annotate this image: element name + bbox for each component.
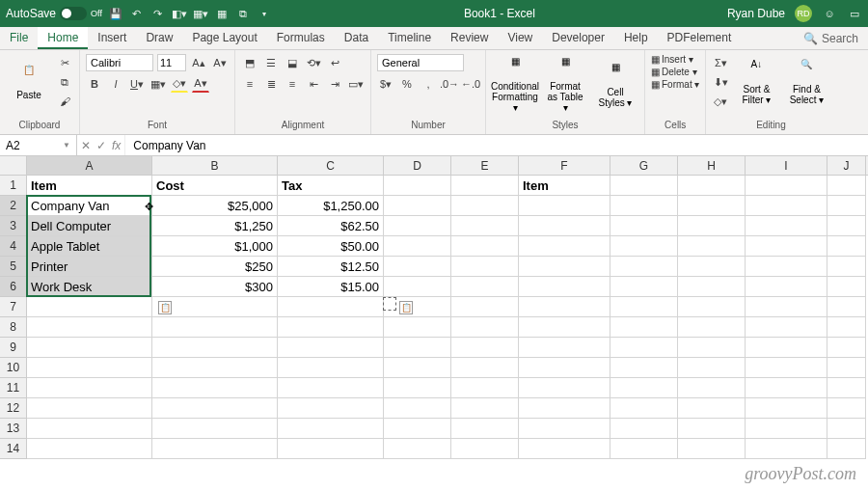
cell-J4[interactable] <box>827 236 866 257</box>
delete-button[interactable]: ▦Delete ▾ <box>651 67 699 77</box>
tab-formulas[interactable]: Formulas <box>267 27 335 49</box>
cell-I2[interactable] <box>746 196 827 216</box>
cell-I4[interactable] <box>746 236 827 257</box>
cell-A3[interactable]: Dell Computer <box>27 216 152 236</box>
cell-H13[interactable] <box>678 419 746 439</box>
cell-A8[interactable] <box>27 317 152 338</box>
cell-B6[interactable]: $300 <box>152 277 278 297</box>
copy-icon[interactable]: ⧉ <box>56 73 73 91</box>
cell-A9[interactable] <box>27 338 152 358</box>
cell-C9[interactable] <box>278 338 384 358</box>
row-11[interactable]: 11 <box>0 378 27 398</box>
cell-I14[interactable] <box>746 439 827 459</box>
cell-J12[interactable] <box>827 398 866 419</box>
cell-I11[interactable] <box>746 378 827 398</box>
cell-B1[interactable]: Cost <box>152 176 278 196</box>
cell-D12[interactable] <box>384 398 451 419</box>
bold-button[interactable]: B <box>86 75 103 93</box>
cell-F4[interactable] <box>519 236 610 257</box>
col-F[interactable]: F <box>519 156 610 175</box>
shrink-font-icon[interactable]: A▾ <box>211 54 229 71</box>
cell-E5[interactable] <box>451 257 519 277</box>
cell-D3[interactable] <box>384 216 451 236</box>
cell-B8[interactable] <box>152 317 278 338</box>
cell-H2[interactable] <box>678 196 746 216</box>
cell-F3[interactable] <box>519 216 610 236</box>
cell-F14[interactable] <box>519 439 610 459</box>
cell-G11[interactable] <box>610 378 678 398</box>
row-12[interactable]: 12 <box>0 398 27 419</box>
wrap-text-icon[interactable]: ↩ <box>326 54 343 71</box>
cell-A10[interactable] <box>27 358 152 378</box>
tab-page-layout[interactable]: Page Layout <box>182 27 266 49</box>
qat-icon-4[interactable]: ⧉ <box>235 6 251 21</box>
cell-C7[interactable] <box>278 297 384 317</box>
cell-E8[interactable] <box>451 317 519 338</box>
cancel-icon[interactable]: ✕ <box>81 139 91 152</box>
user-avatar[interactable]: RD <box>795 5 812 22</box>
cell-C13[interactable] <box>278 419 384 439</box>
row-2[interactable]: 2 <box>0 196 27 216</box>
indent-dec-icon[interactable]: ⇤ <box>305 75 322 93</box>
cell-A4[interactable]: Apple Tablet <box>27 236 152 257</box>
cell-I8[interactable] <box>746 317 827 338</box>
cell-A12[interactable] <box>27 398 152 419</box>
cell-F1[interactable]: Item <box>519 176 610 196</box>
underline-button[interactable]: U▾ <box>128 75 146 93</box>
format-painter-icon[interactable]: 🖌 <box>56 93 73 110</box>
cell-D6[interactable] <box>384 277 451 297</box>
cell-H11[interactable] <box>678 378 746 398</box>
align-middle-icon[interactable]: ☰ <box>262 54 280 71</box>
align-right-icon[interactable]: ≡ <box>284 75 301 93</box>
cell-C12[interactable] <box>278 398 384 419</box>
cell-J9[interactable] <box>827 338 866 358</box>
cell-D10[interactable] <box>384 358 451 378</box>
font-name-input[interactable] <box>86 54 153 71</box>
cell-D5[interactable] <box>384 257 451 277</box>
cell-C4[interactable]: $50.00 <box>278 236 384 257</box>
format-as-table-button[interactable]: ▦Format as Table ▾ <box>542 54 588 115</box>
cell-J2[interactable] <box>827 196 866 216</box>
number-format-select[interactable] <box>377 54 464 71</box>
row-6[interactable]: 6 <box>0 277 27 297</box>
cell-F7[interactable] <box>519 297 610 317</box>
row-7[interactable]: 7 <box>0 297 27 317</box>
cell-H6[interactable] <box>678 277 746 297</box>
col-H[interactable]: H <box>678 156 746 175</box>
qat-icon-2[interactable]: ▦▾ <box>193 6 208 21</box>
cell-J3[interactable] <box>827 216 866 236</box>
cell-C10[interactable] <box>278 358 384 378</box>
tab-review[interactable]: Review <box>441 27 498 49</box>
tab-timeline[interactable]: Timeline <box>378 27 441 49</box>
cell-J7[interactable] <box>827 297 866 317</box>
cell-C11[interactable] <box>278 378 384 398</box>
cell-E6[interactable] <box>451 277 519 297</box>
cell-A7[interactable] <box>27 297 152 317</box>
col-B[interactable]: B <box>152 156 278 175</box>
tab-draw[interactable]: Draw <box>136 27 182 49</box>
cell-D13[interactable] <box>384 419 451 439</box>
cell-B4[interactable]: $1,000 <box>152 236 278 257</box>
row-3[interactable]: 3 <box>0 216 27 236</box>
cell-G1[interactable] <box>610 176 678 196</box>
col-C[interactable]: C <box>278 156 384 175</box>
row-9[interactable]: 9 <box>0 338 27 358</box>
cell-G2[interactable] <box>610 196 678 216</box>
col-A[interactable]: A <box>27 156 152 175</box>
cell-B9[interactable] <box>152 338 278 358</box>
cell-J14[interactable] <box>827 439 866 459</box>
col-J[interactable]: J <box>827 156 866 175</box>
cell-G5[interactable] <box>610 257 678 277</box>
qat-icon-3[interactable]: ▦ <box>214 6 230 21</box>
cell-H9[interactable] <box>678 338 746 358</box>
align-bottom-icon[interactable]: ⬓ <box>284 54 301 71</box>
cell-D2[interactable] <box>384 196 451 216</box>
cell-F9[interactable] <box>519 338 610 358</box>
cell-A14[interactable] <box>27 439 152 459</box>
cell-C14[interactable] <box>278 439 384 459</box>
cell-B13[interactable] <box>152 419 278 439</box>
ribbon-display-icon[interactable]: ▭ <box>847 6 862 21</box>
cell-I1[interactable] <box>746 176 827 196</box>
cell-G14[interactable] <box>610 439 678 459</box>
row-5[interactable]: 5 <box>0 257 27 277</box>
